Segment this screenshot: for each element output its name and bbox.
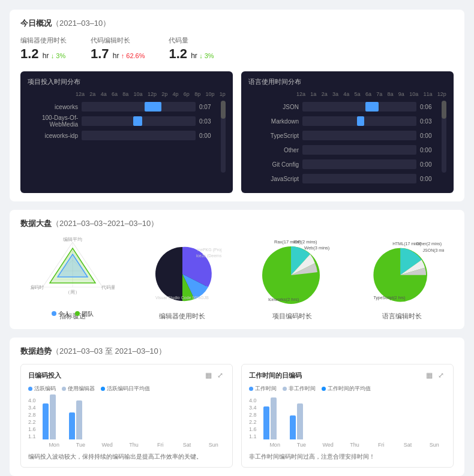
expand-icon[interactable]: ⤢ [215, 370, 225, 380]
project-timeline-scrollbar[interactable] [221, 101, 226, 173]
language-timeline-rows-wrapper: JSON0:06Markdown0:03TypeScript0:00Other0… [248, 101, 446, 187]
today-charts-row: 项目投入时间分布 12a2a4a6a8a10a12p2p4p6p8p10p1pi… [20, 71, 454, 193]
bar-day-label-4: Fri [370, 442, 392, 448]
expand-icon-2[interactable]: ⤢ [436, 370, 446, 380]
project-timeline-header: 12a2a4a6a8a10a12p2p4p6p8p10p1p [28, 91, 226, 97]
bar-day-label-5: Sat [396, 442, 419, 448]
bar-v1-1 [290, 415, 296, 439]
stat-change-1: ↑ 62.6% [121, 52, 145, 59]
bar-day-label-2: Wed [317, 442, 340, 448]
language-timeline-bar-area-4 [302, 159, 416, 169]
language-timeline-bar-area-2 [302, 131, 416, 140]
language-timeline-rows: JSON0:06Markdown0:03TypeScript0:00Other0… [248, 101, 437, 187]
bar-v2-0 [271, 397, 277, 439]
language-timeline-bar-area-0 [302, 102, 416, 112]
project-timeline-row-label-1: 100-Days-Of-WebMedia [28, 115, 82, 128]
legend-label-0: 工作时间 [255, 385, 277, 393]
bar-day-label-3: Thu [343, 442, 366, 448]
daily-coding-legend: 活跃编码使用编辑器活跃编码日平均值 [28, 385, 225, 393]
stat-value-1: 1.7 hr [91, 46, 119, 61]
bar-chart-icon[interactable]: ▦ [203, 370, 213, 380]
svg-text:Web(3 mins): Web(3 mins) [304, 245, 330, 251]
project-timeline-row-2: iceworks-idp0:00 [28, 129, 216, 141]
project-pie-label: 项目编码时长 [272, 312, 312, 321]
svg-text:代码量: 代码量 [101, 285, 115, 290]
stat-label-1: 代码编辑时长 [91, 36, 145, 45]
daily-coding-panel: 日编码投入 ▦ ⤢ 活跃编码使用编辑器活跃编码日平均值 4.03.42.82.2… [20, 364, 233, 468]
radar-legend-personal: 个人 [52, 310, 70, 318]
today-title: 今日概况（2021–03–10） [20, 18, 454, 29]
project-timeline-row-label-0: iceworks [28, 104, 82, 110]
svg-text:Visual Studio Code 96%GJB: Visual Studio Code 96%GJB [155, 296, 209, 300]
y-axis-bars-0: 4.03.42.82.21.61.1 [28, 397, 36, 439]
daily-coding-chart: 4.03.42.82.21.61.1 MonTueWedThuFriSatSun [28, 397, 225, 448]
language-timeline-row-3: Other0:00 [248, 144, 437, 156]
stat-value-0: 1.2 hr [20, 46, 49, 61]
stat-value-2: 1.2 hr [169, 46, 197, 61]
stat-label-2: 代码量 [169, 36, 214, 45]
stat-item-2: 代码量 1.2 hr ↓ 3% [169, 36, 214, 62]
legend-color-0 [249, 387, 253, 391]
svg-text:JSON(3 mins): JSON(3 mins) [422, 248, 443, 253]
svg-text:编辑平均: 编辑平均 [63, 237, 82, 242]
language-timeline-row-value-1: 0:03 [420, 118, 437, 125]
dashboard-date-range: （2021–03–03~2021–03–10） [52, 219, 158, 228]
work-coding-title: 工作时间的日编码 [249, 371, 302, 380]
trends-title-text: 数据趋势 [20, 347, 52, 356]
language-timeline-bar-area-5 [302, 174, 416, 183]
svg-text:iceJs (Deems 分钟): iceJs (Deems 分钟) [196, 254, 221, 258]
svg-text:编码时: 编码时 [31, 285, 44, 290]
project-timeline-row-value-2: 0:00 [199, 132, 216, 139]
radar-chart-item: 编辑平均 （周） 代码量 编码时 个人 团队 指标覆达 [20, 236, 124, 321]
trends-charts-row: 日编码投入 ▦ ⤢ 活跃编码使用编辑器活跃编码日平均值 4.03.42.82.2… [20, 364, 454, 468]
project-timeline-row-label-2: iceworks-idp [28, 132, 82, 139]
language-timeline-row-2: TypeScript0:00 [248, 129, 437, 141]
radar-legend: 个人 团队 [31, 310, 115, 318]
bar-day-label-2: Wed [96, 442, 119, 448]
work-coding-actions: ▦ ⤢ [424, 370, 446, 380]
language-timeline-row-value-0: 0:06 [420, 104, 437, 110]
svg-text:Iceworks(2 hrs): Iceworks(2 hrs) [268, 297, 299, 302]
legend-item-legend-0-0: 活跃编码 [28, 385, 56, 393]
project-timeline-bar-area-2 [82, 131, 196, 140]
bar-day-label-1: Tue [69, 442, 92, 448]
language-timeline-scrollbar[interactable] [442, 101, 446, 173]
work-bar-labels: MonTueWedThuFriSatSun [249, 442, 446, 448]
legend-color-1 [283, 387, 287, 391]
legend-label-2: 工作时间的平均值 [328, 385, 371, 393]
stat-item-0: 编辑器使用时长 1.2 hr ↓ 3% [20, 36, 67, 62]
language-timeline-header: 12a1a2a3a4a5a6a7a8a9a10a11a12p [248, 91, 446, 97]
daily-coding-tip: 编码投入波动较大，保持持续的编码输出是提高工作效率的关键。 [28, 453, 225, 461]
trends-date-range: （2021–03–03 至 2021–03–10） [52, 347, 166, 356]
legend-item-legend-1-2: 工作时间的平均值 [322, 385, 371, 393]
editor-pie-item: icePKG (Proj 分钟) iceJs (Deems 分钟) Visual… [130, 236, 234, 321]
project-timeline-row-value-1: 0:03 [199, 118, 216, 125]
daily-coding-actions: ▦ ⤢ [203, 370, 225, 380]
today-date: （2021–03–10） [52, 19, 110, 28]
page-container: 今日概况（2021–03–10） 编辑器使用时长 1.2 hr ↓ 3% 代码编… [0, 0, 474, 476]
legend-item-legend-0-2: 活跃编码日平均值 [101, 385, 150, 393]
svg-text:（周）: （周） [65, 290, 80, 295]
legend-color-2 [101, 387, 105, 391]
daily-bar-area: 4.03.42.82.21.61.1 [28, 397, 225, 439]
stat-value-row-0: 1.2 hr ↓ 3% [20, 46, 67, 62]
legend-label-2: 活跃编码日平均值 [107, 385, 150, 393]
project-timeline-rows-wrapper: iceworks0:07100-Days-Of-WebMedia0:03icew… [28, 101, 226, 173]
svg-text:TypeScript(2 hrs): TypeScript(2 hrs) [373, 296, 405, 300]
project-timeline-bar-area-0 [82, 102, 196, 112]
project-timeline-rows: iceworks0:07100-Days-Of-WebMedia0:03icew… [28, 101, 216, 173]
trends-title: 数据趋势（2021–03–03 至 2021–03–10） [20, 346, 454, 357]
language-pie-label: 语言编辑时长 [382, 312, 422, 321]
bar-v1-1 [69, 412, 75, 439]
today-title-text: 今日概况 [20, 19, 52, 28]
project-pie-chart: IDP(2 mins) Web(3 mins) Rax(17 mins) Ice… [250, 236, 334, 308]
daily-bar-labels: MonTueWedThuFriSatSun [28, 442, 225, 448]
bar-day-label-6: Sun [202, 442, 225, 448]
bar-chart-icon-2[interactable]: ▦ [424, 370, 434, 380]
stat-value-row-2: 1.2 hr ↓ 3% [169, 46, 214, 62]
language-timeline-row-0: JSON0:06 [248, 101, 437, 113]
bar-v2-1 [297, 403, 303, 439]
svg-text:Rax(17 mins): Rax(17 mins) [274, 239, 301, 245]
language-timeline-row-5: JavaScript0:00 [248, 173, 437, 185]
work-coding-panel: 工作时间的日编码 ▦ ⤢ 工作时间非工作时间工作时间的平均值 4.03.42.8… [241, 364, 454, 468]
